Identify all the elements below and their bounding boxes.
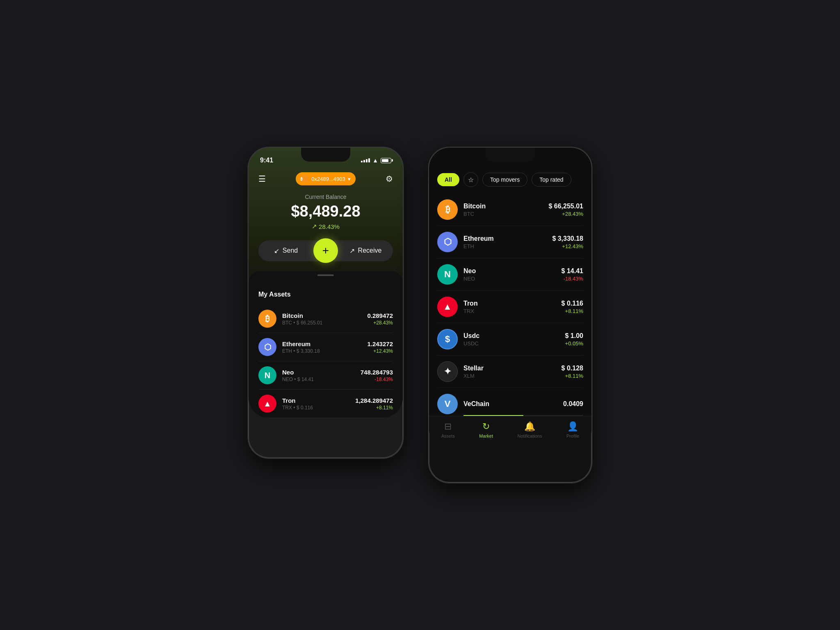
market-values: 0.0409	[563, 400, 583, 408]
balance-label: Current Balance	[258, 194, 393, 200]
bottom-nav: ⊟ Assets ↻ Market 🔔 Notifications 👤 Prof…	[429, 416, 591, 450]
receive-icon: ↗	[349, 247, 355, 255]
asset-icon: N	[258, 366, 276, 384]
market-item[interactable]: ⬡ Ethereum ETH $ 3,330.18 +12.43%	[437, 226, 583, 258]
market-item[interactable]: ▲ Tron TRX $ 0.116 +8.11%	[437, 291, 583, 323]
market-coin-icon: $	[437, 329, 458, 349]
market-item[interactable]: $ Usdc USDC $ 1.00 +0.05%	[437, 323, 583, 356]
asset-sub: ETH • $ 3,330.18	[282, 348, 361, 354]
volume-down-button[interactable]	[248, 234, 249, 250]
market-coin-change: +8.11%	[562, 373, 583, 379]
asset-info: Ethereum ETH • $ 3,330.18	[282, 340, 361, 354]
nav-notifications[interactable]: 🔔 Notifications	[518, 421, 542, 438]
wallet-address-text: 0x2489...4903	[311, 176, 345, 182]
filter-all-tab[interactable]: All	[437, 173, 459, 186]
market-coin-name: Stellar	[463, 365, 556, 372]
action-buttons: ↙ Send + ↗ Receive	[258, 238, 393, 263]
market-coin-symbol: NEO	[463, 276, 556, 282]
phone-2-screen: All ☆ Top movers Top rated ₿ Bitcoin BTC…	[429, 148, 591, 450]
volume-up-button[interactable]	[248, 213, 249, 230]
market-coin-values: $ 0.116 +8.11%	[562, 300, 583, 314]
filter-tabs: All ☆ Top movers Top rated	[429, 148, 591, 194]
balance-amount: $8,489.28	[258, 203, 393, 220]
star-icon: ☆	[468, 176, 474, 184]
asset-icon: ▲	[258, 395, 276, 413]
asset-info: Neo NEO • $ 14.41	[282, 369, 355, 382]
asset-amount: 1,284.289472	[355, 397, 393, 404]
asset-item[interactable]: ▲ Tron TRX • $ 0.116 1,284.289472 +8.11%	[258, 390, 393, 418]
market-info: VeChain	[463, 400, 557, 408]
balance-change: ↗ 28.43%	[258, 223, 393, 230]
asset-sub: TRX • $ 0.116	[282, 405, 349, 411]
market-nav-icon: ↻	[482, 421, 490, 432]
market-coin-icon: ✦	[437, 361, 458, 382]
nav-assets[interactable]: ⊟ Assets	[441, 421, 455, 438]
market-coin-values: $ 1.00 +0.05%	[565, 332, 583, 347]
wallet-address-badge[interactable]: ₿ 0x2489...4903 ▾	[296, 172, 355, 185]
market-coin-symbol: TRX	[463, 308, 556, 314]
phone-1-frame: 9:41 ▲ ☰ ₿	[248, 147, 404, 459]
asset-item[interactable]: N Neo NEO • $ 14.41 748.284793 -18.43%	[258, 361, 393, 390]
market-coin-price: $ 0.128	[562, 365, 583, 372]
vechain-icon: V	[437, 394, 458, 414]
menu-icon[interactable]: ☰	[258, 174, 266, 184]
assets-panel: My Assets ₿ Bitcoin BTC • $ 66,255.01 0.…	[249, 271, 403, 418]
add-button[interactable]: +	[313, 238, 338, 263]
assets-nav-icon: ⊟	[444, 421, 452, 432]
market-coin-info: Usdc USDC	[463, 332, 559, 347]
market-coin-icon: N	[437, 264, 458, 285]
market-coin-change: +8.11%	[562, 308, 583, 314]
market-coin-icon: ⬡	[437, 232, 458, 252]
volume-up-button-2[interactable]	[591, 213, 592, 230]
market-items-container: ₿ Bitcoin BTC $ 66,255.01 +28.43% ⬡ Ethe…	[437, 194, 583, 416]
market-coin-values: $ 0.128 +8.11%	[562, 365, 583, 379]
market-item[interactable]: ₿ Bitcoin BTC $ 66,255.01 +28.43%	[437, 194, 583, 226]
send-button[interactable]: ↙ Send	[258, 240, 317, 261]
receive-button[interactable]: ↗ Receive	[334, 240, 393, 261]
asset-amount: 748.284793	[361, 369, 393, 376]
phone-1-screen: 9:41 ▲ ☰ ₿	[249, 148, 403, 418]
wifi-icon: ▲	[372, 157, 378, 164]
phone-header: ☰ ₿ 0x2489...4903 ▾ ⚙	[249, 168, 403, 189]
market-item-vechain[interactable]: V VeChain 0.0409	[437, 388, 583, 416]
filter-favorites-tab[interactable]: ☆	[463, 172, 478, 187]
asset-values: 1,284.289472 +8.11%	[355, 397, 393, 411]
asset-change: -18.43%	[361, 377, 393, 382]
asset-amount: 0.289472	[367, 312, 393, 319]
settings-icon[interactable]: ⚙	[386, 174, 393, 184]
change-arrow-icon: ↗	[312, 223, 317, 230]
assets-list: ₿ Bitcoin BTC • $ 66,255.01 0.289472 +28…	[258, 305, 393, 418]
market-coin-name: Usdc	[463, 332, 559, 340]
battery-icon	[381, 158, 391, 163]
market-item[interactable]: N Neo NEO $ 14.41 -18.43%	[437, 258, 583, 291]
market-coin-change: +0.05%	[565, 340, 583, 347]
profile-nav-icon: 👤	[567, 421, 578, 432]
market-coin-values: $ 66,255.01 +28.43%	[548, 203, 583, 217]
market-item[interactable]: ✦ Stellar XLM $ 0.128 +8.11%	[437, 356, 583, 388]
send-icon: ↙	[274, 247, 279, 255]
market-coin-symbol: ETH	[463, 243, 546, 249]
asset-name: Bitcoin	[282, 312, 361, 319]
filter-top-rated-tab[interactable]: Top rated	[532, 173, 571, 187]
wallet-dropdown-icon: ▾	[348, 176, 351, 182]
vechain-progress-bar	[463, 415, 583, 416]
asset-name: Ethereum	[282, 340, 361, 347]
asset-item[interactable]: ₿ Bitcoin BTC • $ 66,255.01 0.289472 +28…	[258, 305, 393, 333]
phone-2-frame: All ☆ Top movers Top rated ₿ Bitcoin BTC…	[428, 147, 592, 483]
market-name: VeChain	[463, 400, 557, 408]
asset-name: Neo	[282, 369, 355, 376]
asset-item[interactable]: ⬡ Ethereum ETH • $ 3,330.18 1.243272 +12…	[258, 333, 393, 361]
market-coin-price: $ 0.116	[562, 300, 583, 307]
nav-market[interactable]: ↻ Market	[479, 421, 493, 438]
asset-amount: 1.243272	[367, 340, 393, 347]
market-coin-name: Tron	[463, 300, 556, 307]
asset-values: 748.284793 -18.43%	[361, 369, 393, 382]
status-time: 9:41	[260, 157, 273, 164]
nav-profile[interactable]: 👤 Profile	[566, 421, 579, 438]
market-coin-info: Bitcoin BTC	[463, 203, 543, 217]
market-price: 0.0409	[563, 400, 583, 408]
power-button[interactable]	[403, 221, 404, 246]
asset-sub: BTC • $ 66,255.01	[282, 320, 361, 326]
filter-top-movers-tab[interactable]: Top movers	[482, 173, 527, 187]
send-label: Send	[283, 247, 298, 254]
